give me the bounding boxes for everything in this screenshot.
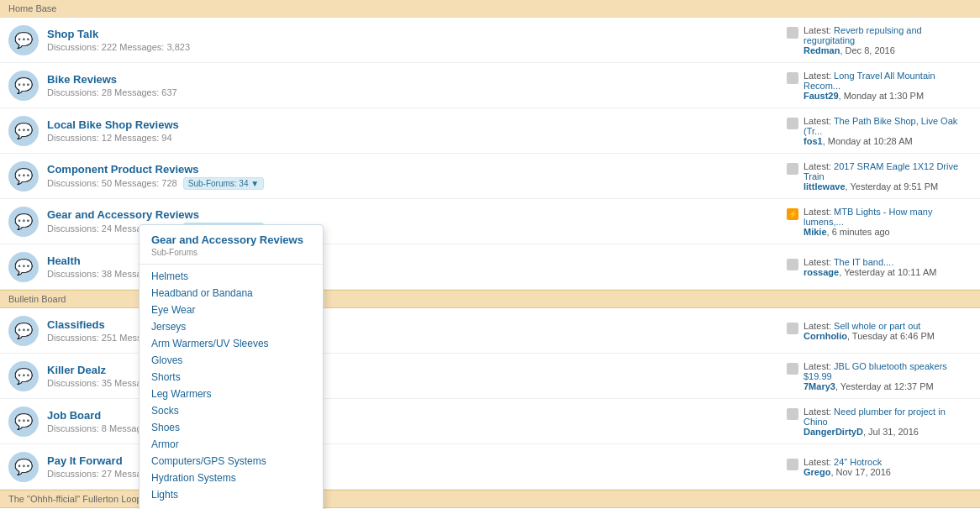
forum-title-health[interactable]: Health — [47, 254, 81, 267]
gear-accessory-dropdown: Gear and Accessory Reviews Sub-Forums He… — [139, 224, 324, 509]
forum-meta-local-bike-shop: Discussions: 12 Messages: 94 — [47, 133, 787, 143]
forum-title-killer-dealz[interactable]: Killer Dealz — [47, 364, 106, 376]
popup-item-helmets[interactable]: Helmets — [140, 268, 323, 285]
forum-title-bike-reviews[interactable]: Bike Reviews — [47, 73, 117, 86]
latest-user-bike-reviews: Faust29 — [803, 91, 839, 101]
popup-subtitle: Sub-Forums — [140, 248, 323, 265]
latest-user-health: rossage — [803, 267, 839, 277]
latest-text-shop-talk: Latest: Reverb repulsing and regurgitati… — [803, 25, 972, 55]
popup-item-gloves[interactable]: Gloves — [140, 352, 323, 369]
latest-user-killer-dealz: 7Mary3 — [803, 381, 835, 391]
latest-text-gear-accessory: Latest: MTB Lights - How many lumens,...… — [803, 207, 972, 237]
latest-post-classifieds: Latest: Sell whole or part out Cornholio… — [787, 321, 972, 341]
popup-item-eyewear[interactable]: Eye Wear — [140, 302, 323, 318]
latest-text-component-reviews: Latest: 2017 SRAM Eagle 1X12 Drive Train… — [803, 161, 972, 192]
forum-row-gear-accessory: 💬 Gear and Accessory Reviews Discussions… — [0, 199, 980, 244]
popup-item-shorts[interactable]: Shorts — [140, 369, 323, 386]
latest-icon-component-reviews — [787, 163, 798, 175]
latest-user-shop-talk: Redman — [803, 45, 840, 55]
avatar-pay-it-forward: 💬 — [8, 452, 39, 482]
forum-row-bike-reviews: 💬 Bike Reviews Discussions: 28 Messages:… — [0, 63, 980, 108]
latest-icon-pay-it-forward — [787, 459, 798, 470]
avatar-component-reviews: 💬 — [8, 161, 39, 192]
forum-meta-component-reviews: Discussions: 50 Messages: 728 Sub-Forums… — [47, 177, 787, 190]
latest-text-local-bike-shop: Latest: The Path Bike Shop, Live Oak (Tr… — [803, 116, 972, 146]
latest-icon-bike-reviews — [787, 72, 798, 84]
avatar-health: 💬 — [8, 252, 39, 282]
forum-title-component-reviews[interactable]: Component Product Reviews — [47, 163, 199, 176]
home-base-label: Home Base — [8, 3, 56, 13]
latest-link-classifieds[interactable]: Sell whole or part out — [834, 321, 920, 331]
latest-text-pay-it-forward: Latest: 24" Hotrock Grego, Nov 17, 2016 — [803, 457, 891, 477]
forum-title-local-bike-shop[interactable]: Local Bike Shop Reviews — [47, 118, 179, 131]
latest-user-component-reviews: littlewave — [803, 181, 846, 192]
forum-info-shop-talk: Shop Talk Discussions: 222 Messages: 3,8… — [47, 28, 787, 52]
forum-meta-bike-reviews: Discussions: 28 Messages: 637 — [47, 87, 787, 97]
latest-link-pay-it-forward[interactable]: 24" Hotrock — [834, 457, 882, 467]
avatar-classifieds: 💬 — [8, 316, 39, 346]
latest-text-killer-dealz: Latest: JBL GO bluetooth speakers $19.99… — [803, 361, 972, 391]
avatar-job-board: 💬 — [8, 407, 39, 437]
popup-item-computers[interactable]: Computers/GPS Systems — [140, 453, 323, 470]
popup-item-headband[interactable]: Headband or Bandana — [140, 285, 323, 302]
popup-item-armor[interactable]: Armor — [140, 436, 323, 453]
latest-user-local-bike-shop: fos1 — [803, 136, 823, 146]
latest-post-bike-reviews: Latest: Long Travel All Mountain Recom..… — [787, 71, 972, 101]
forum-info-component-reviews: Component Product Reviews Discussions: 5… — [47, 163, 787, 190]
latest-user-classifieds: Cornholio — [803, 331, 847, 341]
forum-info-local-bike-shop: Local Bike Shop Reviews Discussions: 12 … — [47, 118, 787, 143]
latest-text-bike-reviews: Latest: Long Travel All Mountain Recom..… — [803, 71, 972, 101]
latest-post-pay-it-forward: Latest: 24" Hotrock Grego, Nov 17, 2016 — [787, 457, 972, 477]
home-base-section-header: Home Base — [0, 0, 980, 18]
rss-icon-gear-accessory: ⚡ — [787, 208, 798, 220]
popup-item-arm-warmers[interactable]: Arm Warmers/UV Sleeves — [140, 335, 323, 352]
latest-post-component-reviews: Latest: 2017 SRAM Eagle 1X12 Drive Train… — [787, 161, 972, 192]
avatar-local-bike-shop: 💬 — [8, 116, 39, 146]
popup-item-leg-warmers[interactable]: Leg Warmers — [140, 386, 323, 402]
forum-meta-shop-talk: Discussions: 222 Messages: 3,823 — [47, 42, 787, 52]
forum-title-job-board[interactable]: Job Board — [47, 409, 101, 422]
popup-item-jerseys[interactable]: Jerseys — [140, 318, 323, 335]
forum-title-gear-accessory[interactable]: Gear and Accessory Reviews — [47, 208, 199, 221]
avatar-shop-talk: 💬 — [8, 25, 39, 55]
latest-text-classifieds: Latest: Sell whole or part out Cornholio… — [803, 321, 935, 341]
latest-post-health: Latest: The IT band.... rossage, Yesterd… — [787, 257, 972, 277]
latest-icon-health — [787, 259, 798, 270]
latest-icon-shop-talk — [787, 27, 798, 39]
latest-post-gear-accessory: ⚡ Latest: MTB Lights - How many lumens,.… — [787, 207, 972, 237]
popup-title: Gear and Accessory Reviews — [140, 234, 323, 248]
latest-post-killer-dealz: Latest: JBL GO bluetooth speakers $19.99… — [787, 361, 972, 391]
latest-icon-job-board — [787, 408, 798, 420]
latest-text-job-board: Latest: Need plumber for project in Chin… — [803, 407, 972, 437]
forum-row-local-bike-shop: 💬 Local Bike Shop Reviews Discussions: 1… — [0, 108, 980, 154]
avatar-gear-accessory: 💬 — [8, 207, 39, 237]
popup-item-socks[interactable]: Socks — [140, 402, 323, 419]
forum-info-bike-reviews: Bike Reviews Discussions: 28 Messages: 6… — [47, 73, 787, 97]
popup-item-lights[interactable]: Lights — [140, 486, 323, 503]
latest-icon-killer-dealz — [787, 363, 798, 375]
latest-text-health: Latest: The IT band.... rossage, Yesterd… — [803, 257, 936, 277]
popup-item-shoes[interactable]: Shoes — [140, 419, 323, 436]
latest-icon-local-bike-shop — [787, 118, 798, 129]
latest-post-shop-talk: Latest: Reverb repulsing and regurgitati… — [787, 25, 972, 55]
ohhh-section-label: The "Ohhh-fficial" Fullerton Loop — [8, 494, 142, 504]
bulletin-board-label: Bulletin Board — [8, 294, 66, 304]
forum-row-component-reviews: 💬 Component Product Reviews Discussions:… — [0, 154, 980, 199]
avatar-killer-dealz: 💬 — [8, 361, 39, 391]
forum-row-shop-talk: 💬 Shop Talk Discussions: 222 Messages: 3… — [0, 18, 980, 63]
forum-title-classifieds[interactable]: Classifieds — [47, 318, 105, 331]
sub-forums-badge-component[interactable]: Sub-Forums: 34 ▼ — [183, 177, 264, 190]
latest-post-local-bike-shop: Latest: The Path Bike Shop, Live Oak (Tr… — [787, 116, 972, 146]
popup-item-hydration[interactable]: Hydration Systems — [140, 470, 323, 486]
latest-post-job-board: Latest: Need plumber for project in Chin… — [787, 407, 972, 437]
avatar-bike-reviews: 💬 — [8, 71, 39, 101]
forum-title-pay-it-forward[interactable]: Pay It Forward — [47, 454, 123, 467]
latest-link-health[interactable]: The IT band.... — [834, 257, 893, 267]
forum-title-shop-talk[interactable]: Shop Talk — [47, 28, 98, 40]
latest-icon-classifieds — [787, 323, 798, 334]
latest-user-job-board: DangerDirtyD — [803, 427, 863, 437]
latest-user-pay-it-forward: Grego — [803, 467, 830, 477]
latest-user-gear-accessory: Mikie — [803, 227, 827, 237]
